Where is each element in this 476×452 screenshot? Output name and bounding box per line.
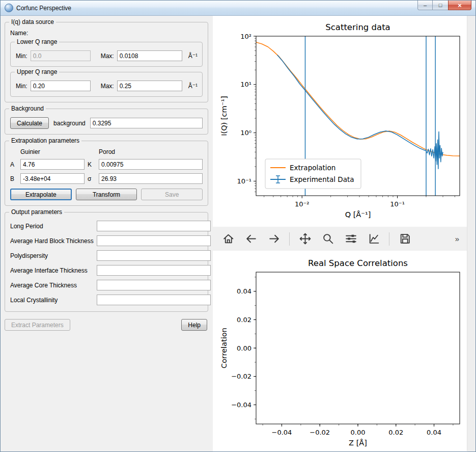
maximize-icon: □ [439, 2, 442, 8]
hard-block-thickness-input[interactable] [97, 235, 211, 246]
window-controls: – □ × [417, 1, 475, 10]
zoom-button[interactable] [319, 230, 337, 248]
upper-q-min-label: Min: [16, 83, 27, 90]
subplots-button[interactable] [342, 230, 360, 248]
guinier-b-label: B [10, 175, 17, 182]
save-icon [399, 232, 411, 245]
extrapolate-button[interactable]: Extrapolate [10, 189, 72, 200]
polydispersity-input[interactable] [97, 250, 211, 261]
svg-text:−0.02: −0.02 [310, 429, 330, 436]
minimize-button[interactable]: – [417, 1, 433, 10]
svg-text:−0.04: −0.04 [231, 401, 251, 409]
pan-icon [299, 232, 312, 245]
svg-text:10⁰: 10⁰ [240, 129, 251, 137]
zoom-icon [322, 232, 334, 245]
svg-text:−0.04: −0.04 [272, 429, 292, 436]
svg-text:10⁻¹: 10⁻¹ [237, 177, 251, 185]
pan-button[interactable] [296, 230, 314, 248]
home-button[interactable] [219, 230, 237, 248]
corfunc-controls-panel: I(q) data source Name: Lower Q range Min… [1, 16, 212, 331]
upper-q-min-input[interactable] [31, 81, 91, 91]
porod-k-input[interactable] [99, 159, 203, 170]
close-button[interactable]: × [448, 1, 471, 10]
local-crystallinity-label: Local Crystallinity [10, 297, 94, 304]
svg-text:0.02: 0.02 [388, 429, 403, 436]
guinier-a-input[interactable] [20, 159, 85, 170]
help-button[interactable]: Help [181, 319, 207, 331]
titlebar[interactable]: Corfunc Perspective – □ × [1, 1, 475, 16]
calculate-background-button[interactable]: Calculate [10, 117, 49, 129]
back-button[interactable] [242, 230, 260, 248]
home-icon [222, 232, 235, 245]
porod-k-label: K [88, 161, 96, 168]
upper-q-max-input[interactable] [117, 81, 182, 91]
extract-parameters-button: Extract Parameters [5, 319, 70, 331]
toolbar-separator [389, 232, 389, 246]
extrapolation-group-title: Extrapolation parameters [9, 137, 81, 144]
svg-text:0.04: 0.04 [237, 287, 251, 295]
hard-block-thickness-label: Average Hard Block Thickness [10, 237, 94, 245]
svg-text:Extrapolation: Extrapolation [290, 164, 335, 172]
svg-text:Correlation: Correlation [220, 328, 228, 368]
porod-sigma-input[interactable] [99, 173, 203, 184]
svg-text:10¹: 10¹ [240, 81, 251, 88]
svg-text:Real Space Correlations: Real Space Correlations [308, 258, 408, 268]
upper-q-range-title: Upper Q range [15, 68, 59, 75]
scattering-plot[interactable]: 10⁻²10⁻¹10⁻¹10⁰10¹10²Scattering dataQ [Å… [215, 20, 470, 224]
window-title: Corfunc Perspective [16, 5, 71, 12]
close-icon: × [458, 2, 462, 9]
right-gutter [467, 16, 475, 451]
svg-text:0.00: 0.00 [237, 344, 251, 352]
svg-text:Q [Å⁻¹]: Q [Å⁻¹] [345, 210, 371, 219]
local-crystallinity-input[interactable] [97, 295, 211, 305]
back-icon [245, 232, 258, 245]
data-source-group-title: I(q) data source [9, 18, 56, 25]
svg-text:Experimental Data: Experimental Data [290, 175, 354, 183]
extrapolation-group: Extrapolation parameters Guinier Porod A… [5, 141, 208, 206]
guinier-b-input[interactable] [20, 173, 85, 184]
svg-text:0.04: 0.04 [427, 429, 441, 436]
name-label: Name: [10, 30, 28, 37]
core-thickness-input[interactable] [97, 280, 211, 290]
background-label: background [53, 120, 86, 127]
interface-thickness-input[interactable] [97, 265, 211, 276]
upper-q-max-label: Max: [101, 83, 114, 90]
long-period-label: Long Period [10, 223, 94, 230]
svg-text:0.02: 0.02 [237, 316, 251, 324]
forward-button[interactable] [265, 230, 283, 248]
guinier-a-label: A [10, 161, 17, 168]
transform-button[interactable]: Transform [76, 189, 137, 200]
data-source-group: I(q) data source Name: Lower Q range Min… [5, 22, 208, 102]
lower-q-max-input[interactable] [117, 50, 182, 61]
app-icon [5, 4, 13, 12]
maximize-button[interactable]: □ [433, 1, 448, 10]
save-plot-button[interactable] [396, 230, 414, 248]
lower-q-min-label: Min: [16, 52, 27, 60]
lower-q-range-title: Lower Q range [15, 38, 59, 45]
background-input[interactable] [90, 118, 203, 128]
output-parameters-group: Output parameters Long Period Average Ha… [5, 212, 208, 312]
minimize-icon: – [424, 2, 427, 8]
customize-icon [368, 232, 380, 245]
svg-text:10⁻²: 10⁻² [295, 200, 310, 208]
polydispersity-label: Polydispersity [10, 252, 94, 259]
corfunc-window: Corfunc Perspective – □ × I(q) data sour… [0, 0, 476, 452]
plot-toolbar: » [213, 227, 467, 251]
svg-text:Scattering data: Scattering data [325, 22, 390, 32]
svg-text:10²: 10² [240, 33, 251, 40]
subplots-icon [345, 232, 357, 245]
output-parameters-title: Output parameters [9, 208, 64, 216]
interface-thickness-label: Average Interface Thickness [10, 267, 94, 274]
upper-q-range-group: Upper Q range Min: Max: Å⁻¹ [10, 72, 203, 97]
customize-button[interactable] [365, 230, 383, 248]
lower-q-unit-label: Å⁻¹ [188, 52, 198, 60]
correlations-plot[interactable]: −0.04−0.020.000.020.04−0.04−0.020.000.02… [215, 254, 470, 449]
long-period-input[interactable] [97, 221, 211, 231]
core-thickness-label: Average Core Thickness [10, 282, 94, 289]
guinier-header: Guinier [20, 148, 85, 155]
save-button: Save [141, 189, 203, 200]
lower-q-min-input [31, 50, 91, 61]
svg-text:Z [Å]: Z [Å] [349, 439, 367, 447]
svg-text:−0.02: −0.02 [231, 373, 251, 380]
toolbar-overflow-button[interactable]: » [452, 234, 462, 244]
